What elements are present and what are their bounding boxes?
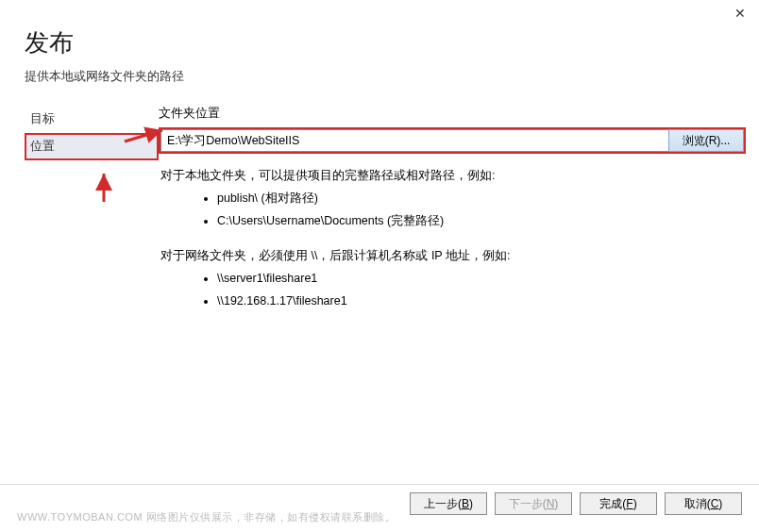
browse-button[interactable]: 浏览(R)... bbox=[668, 129, 744, 152]
sidebar-item-label: 目标 bbox=[30, 112, 55, 125]
folder-input-row: 浏览(R)... bbox=[159, 127, 746, 154]
folder-location-label: 文件夹位置 bbox=[159, 106, 746, 122]
dialog-subtitle: 提供本地或网络文件夹的路径 bbox=[25, 69, 734, 85]
content-area: 文件夹位置 浏览(R)... 对于本地文件夹，可以提供项目的完整路径或相对路径，… bbox=[159, 106, 759, 326]
watermark-text: WWW.TOYMOBAN.COM 网络图片仅供展示，非存储，如有侵权请联系删除。 bbox=[17, 510, 396, 524]
list-item: \\server1\fileshare1 bbox=[217, 268, 746, 291]
dialog-title: 发布 bbox=[25, 26, 734, 59]
sidebar-item-target[interactable]: 目标 bbox=[25, 106, 159, 133]
footer-divider bbox=[0, 484, 759, 485]
folder-path-input[interactable] bbox=[160, 129, 668, 152]
help-network-section: 对于网络文件夹，必须使用 \\，后跟计算机名称或 IP 地址，例如: \\ser… bbox=[160, 245, 746, 312]
help-network-list: \\server1\fileshare1 \\192.168.1.17\file… bbox=[160, 268, 746, 313]
next-button: 下一步(N) bbox=[495, 492, 572, 515]
sidebar-item-label: 位置 bbox=[30, 140, 55, 153]
sidebar-item-location[interactable]: 位置 bbox=[25, 133, 159, 160]
dialog-body: 目标 位置 文件夹位置 浏览(R)... 对于本地文件夹，可以提供项目的完整路径… bbox=[0, 89, 759, 326]
help-local-section: 对于本地文件夹，可以提供项目的完整路径或相对路径，例如: publish\ (相… bbox=[160, 165, 746, 232]
list-item: C:\Users\Username\Documents (完整路径) bbox=[217, 210, 746, 233]
close-button[interactable]: ✕ bbox=[734, 6, 746, 21]
back-button[interactable]: 上一步(B) bbox=[410, 492, 487, 515]
sidebar: 目标 位置 bbox=[0, 106, 159, 326]
dialog-header: 发布 提供本地或网络文件夹的路径 bbox=[0, 0, 759, 89]
publish-dialog: ✕ 发布 提供本地或网络文件夹的路径 目标 位置 文件夹位置 浏览(R)... … bbox=[0, 0, 759, 532]
dialog-footer: 上一步(B) 下一步(N) 完成(F) 取消(C) bbox=[410, 492, 742, 515]
list-item: publish\ (相对路径) bbox=[217, 188, 746, 210]
help-network-intro: 对于网络文件夹，必须使用 \\，后跟计算机名称或 IP 地址，例如: bbox=[160, 245, 746, 268]
finish-button[interactable]: 完成(F) bbox=[580, 492, 657, 515]
help-text: 对于本地文件夹，可以提供项目的完整路径或相对路径，例如: publish\ (相… bbox=[159, 165, 746, 313]
help-local-intro: 对于本地文件夹，可以提供项目的完整路径或相对路径，例如: bbox=[160, 165, 746, 188]
help-local-list: publish\ (相对路径) C:\Users\Username\Docume… bbox=[160, 188, 746, 233]
list-item: \\192.168.1.17\fileshare1 bbox=[217, 291, 746, 313]
cancel-button[interactable]: 取消(C) bbox=[665, 492, 742, 515]
